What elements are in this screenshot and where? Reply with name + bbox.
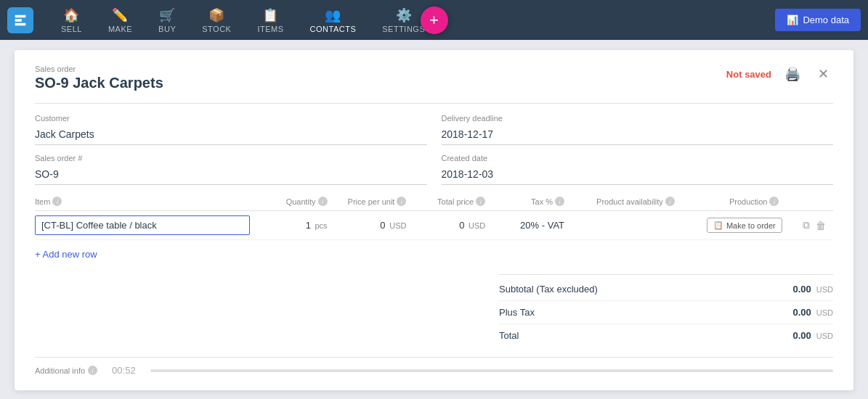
customer-group: Customer — [35, 114, 427, 145]
additional-section: Additional info i 00:52 — [35, 357, 833, 376]
nav-buy[interactable]: 🛒 BUY — [145, 7, 189, 33]
totals-section: Subtotal (Tax excluded) 0.00 USD Plus Ta… — [35, 274, 833, 347]
total-amount-container: 0.00 USD — [792, 330, 833, 341]
row-actions: ⧉ 🗑 — [801, 218, 833, 233]
col-header-item: Item i — [35, 197, 256, 206]
quantity-value: 1 — [306, 220, 311, 231]
contacts-icon: 👥 — [325, 7, 341, 23]
total-value: 0 — [459, 220, 464, 231]
buy-label: BUY — [158, 25, 176, 33]
timer-display: 00:52 — [112, 365, 136, 376]
quantity-cell: 1 pcs — [256, 220, 328, 231]
subtotal-label: Subtotal (Tax excluded) — [499, 284, 598, 295]
card-title-section: Sales order SO-9 Jack Carpets — [35, 65, 163, 91]
sales-order-card: Sales order SO-9 Jack Carpets Not saved … — [15, 50, 853, 390]
col-header-availability: Product availability i — [564, 197, 707, 206]
production-cell: 📋 Make to order — [707, 218, 802, 233]
plus-tax-row: Plus Tax 0.00 USD — [499, 301, 833, 324]
make-to-order-button[interactable]: 📋 Make to order — [707, 218, 782, 233]
total-row: Total 0.00 USD — [499, 324, 833, 347]
created-date-input[interactable] — [442, 165, 834, 185]
plus-tax-currency: USD — [816, 308, 833, 317]
avail-header-label: Product availability — [596, 197, 663, 206]
stock-label: STOCK — [202, 25, 231, 33]
form-row-2: Sales order # Created date — [35, 154, 833, 185]
add-row-button[interactable]: + Add new row — [35, 246, 97, 263]
items-label: ITEMS — [257, 25, 283, 33]
sell-label: SELL — [61, 25, 82, 33]
not-saved-badge: Not saved — [726, 69, 771, 80]
price-value: 0 — [380, 220, 385, 231]
prod-header-label: Production — [729, 197, 768, 206]
card-subtitle: Sales order — [35, 65, 163, 73]
demo-data-label: Demo data — [803, 15, 849, 25]
nav-items[interactable]: 📋 ITEMS — [244, 7, 296, 33]
quantity-unit: pcs — [315, 221, 327, 230]
additional-info-label: Additional info i — [35, 366, 97, 375]
delivery-input[interactable] — [442, 126, 834, 145]
make-icon: ✏️ — [112, 7, 129, 23]
items-table: Item i Quantity i Price per unit i — [35, 194, 833, 268]
nav-items: 🏠 SELL ✏️ MAKE 🛒 BUY 📦 STOCK 📋 ITEMS 👥 C… — [48, 7, 775, 33]
card-title: SO-9 Jack Carpets — [35, 75, 163, 91]
sales-order-group: Sales order # — [35, 154, 427, 185]
item-header-label: Item — [35, 197, 50, 206]
total-currency: USD — [816, 332, 833, 340]
demo-data-button[interactable]: 📊 Demo data — [775, 9, 861, 31]
sales-order-label: Sales order # — [35, 154, 427, 163]
demo-icon: 📊 — [787, 15, 798, 25]
quantity-header-label: Quantity — [286, 197, 316, 206]
make-order-icon: 📋 — [713, 221, 723, 230]
tax-header-label: Tax % — [531, 197, 553, 206]
col-header-price: Price per unit i — [328, 197, 407, 206]
print-button[interactable]: 🖨️ — [780, 65, 805, 83]
created-date-group: Created date — [442, 154, 834, 185]
price-cell: 0 USD — [328, 220, 407, 231]
created-date-label: Created date — [442, 154, 834, 163]
col-header-production: Production i — [707, 197, 802, 206]
item-cell — [35, 215, 256, 235]
total-value: 0.00 — [792, 330, 811, 341]
table-row: 1 pcs 0 USD 0 USD 20% - VAT 📋 — [35, 211, 833, 240]
total-header-label: Total price — [437, 197, 474, 206]
delivery-group: Delivery deadline — [442, 114, 834, 145]
form-section: Customer Delivery deadline Sales order #… — [35, 103, 833, 185]
tax-info-icon: i — [555, 197, 564, 206]
make-order-label: Make to order — [726, 221, 776, 230]
sell-icon: 🏠 — [63, 7, 80, 23]
settings-icon: ⚙️ — [396, 7, 413, 23]
totals-table: Subtotal (Tax excluded) 0.00 USD Plus Ta… — [499, 274, 833, 347]
subtotal-value: 0.00 — [792, 284, 811, 295]
totals-divider — [499, 274, 833, 275]
subtotal-row: Subtotal (Tax excluded) 0.00 USD — [499, 278, 833, 301]
nav-sell[interactable]: 🏠 SELL — [48, 7, 95, 33]
copy-row-button[interactable]: ⧉ — [801, 218, 811, 233]
plus-tax-value: 0.00 — [792, 307, 811, 318]
price-currency: USD — [389, 221, 406, 230]
main-content: Sales order SO-9 Jack Carpets Not saved … — [0, 40, 868, 399]
add-new-button[interactable]: + — [421, 7, 448, 34]
add-row-container: + Add new row — [35, 240, 833, 268]
contacts-label: CONTACTS — [310, 25, 357, 33]
total-cell: 0 USD — [406, 220, 485, 231]
additional-info-icon: i — [88, 366, 97, 375]
nav-stock[interactable]: 📦 STOCK — [189, 7, 244, 33]
close-button[interactable]: ✕ — [814, 65, 833, 83]
sales-order-input[interactable] — [35, 165, 427, 185]
subtotal-amount: 0.00 USD — [792, 284, 833, 295]
price-header-label: Price per unit — [348, 197, 395, 206]
app-logo[interactable] — [7, 7, 33, 33]
total-label: Total — [499, 330, 519, 341]
make-label: MAKE — [108, 25, 132, 33]
table-header: Item i Quantity i Price per unit i — [35, 194, 833, 211]
total-currency: USD — [469, 221, 485, 230]
nav-contacts[interactable]: 👥 CONTACTS — [297, 7, 370, 33]
customer-input[interactable] — [35, 126, 427, 145]
item-name-input[interactable] — [35, 215, 250, 235]
plus-tax-label: Plus Tax — [499, 307, 535, 318]
nav-make[interactable]: ✏️ MAKE — [95, 7, 145, 33]
additional-info-text: Additional info — [35, 366, 85, 375]
tax-cell: 20% - VAT — [485, 220, 564, 231]
delete-row-button[interactable]: 🗑 — [814, 218, 827, 233]
item-info-icon: i — [52, 197, 62, 206]
